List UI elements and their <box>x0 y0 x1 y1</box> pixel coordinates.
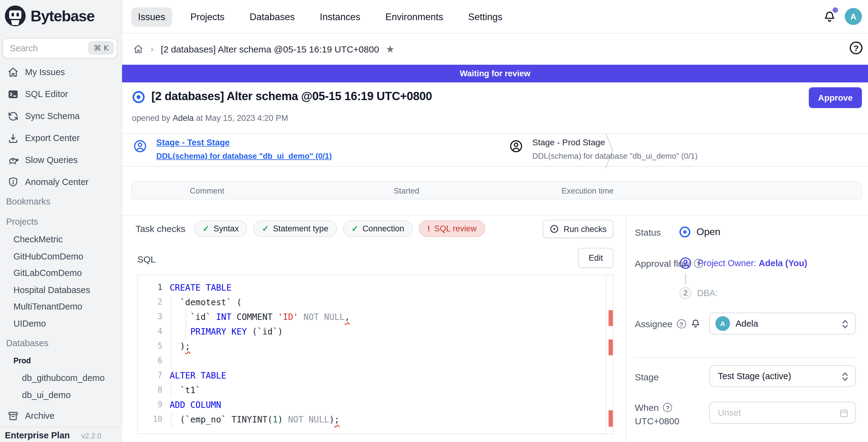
column-header-started: Started <box>394 186 420 195</box>
error-marker <box>609 340 614 355</box>
code-line-text: `demotest` ( <box>170 295 242 310</box>
sidebar-item-my-issues[interactable]: My Issues <box>0 62 122 82</box>
status-text: Open <box>696 226 720 238</box>
error-marker <box>609 410 614 427</box>
sidebar-project-checkmetric[interactable]: CheckMetric <box>13 234 63 244</box>
review-status-banner: Waiting for review <box>122 65 868 83</box>
sidebar-project-multitenantdemo[interactable]: MultiTenantDemo <box>13 302 83 312</box>
line-number: 8 <box>138 383 162 398</box>
bookmark-star-icon[interactable]: ★ <box>386 43 395 55</box>
panel-section-divider <box>634 357 856 358</box>
shield-icon <box>7 176 19 188</box>
sidebar-item-anomaly-center[interactable]: Anomaly Center <box>0 172 122 192</box>
check-pill-syntax[interactable]: ✓Syntax <box>194 220 247 237</box>
line-number: 4 <box>138 324 162 339</box>
code-line: 5 ); <box>138 339 613 353</box>
help-icon[interactable]: ? <box>850 41 863 54</box>
issue-author: Adela <box>173 114 194 123</box>
check-icon: ✓ <box>351 224 358 233</box>
sidebar-item-label: Archive <box>25 411 55 421</box>
sidebar-item-sql-editor[interactable]: SQL Editor <box>0 84 122 104</box>
stage-field-label: Stage <box>635 372 659 382</box>
sidebar-item-label: Slow Queries <box>25 155 78 165</box>
check-pill-sql-review[interactable]: !SQL review <box>419 220 485 237</box>
line-number: 9 <box>138 398 162 412</box>
approval-step1-text[interactable]: Project Owner: Adela (You) <box>698 258 807 268</box>
when-help-icon[interactable]: ? <box>663 403 672 412</box>
issue-title: [2 databases] Alter schema @05-15 16:19 … <box>151 90 432 103</box>
sql-section-label: SQL <box>137 254 156 264</box>
user-avatar[interactable]: A <box>845 8 862 25</box>
issue-open-status-icon <box>132 90 145 104</box>
brand-name: Bytebase <box>31 7 95 25</box>
sql-code-editor[interactable]: 1CREATE TABLE2 `demotest` (3 `id` INT CO… <box>137 275 614 434</box>
issue-byline: opened by Adela at May 15, 2023 4:20 PM <box>132 114 288 123</box>
stage-prod-task-label[interactable]: DDL(schema) for database "db_ui_demo" (0… <box>532 151 698 161</box>
bytebase-app: Bytebase ⌘ K My IssuesSQL EditorSync Sch… <box>0 0 868 442</box>
edit-sql-button[interactable]: Edit <box>578 248 614 268</box>
assignee-help-icon[interactable]: ? <box>677 319 686 328</box>
home-icon[interactable] <box>133 44 144 54</box>
search-box[interactable]: ⌘ K <box>2 38 117 59</box>
when-datetime-input[interactable]: Unset <box>709 402 856 424</box>
top-navigation-bar: IssuesProjectsDatabasesInstancesEnvironm… <box>122 0 868 34</box>
run-checks-label: Run checks <box>563 224 607 233</box>
sidebar-project-gitlabcomdemo[interactable]: GitLabComDemo <box>13 268 82 278</box>
run-checks-button[interactable]: Run checks <box>542 220 614 238</box>
line-number: 3 <box>138 310 162 324</box>
breadcrumb-separator: › <box>150 43 154 55</box>
check-pill-label: Connection <box>363 224 404 233</box>
stage-prod-label[interactable]: Stage - Prod Stage <box>532 137 605 147</box>
sidebar-item-archive[interactable]: Archive <box>0 406 122 425</box>
assignee-bell-icon[interactable] <box>690 319 701 329</box>
stage-select[interactable]: Test Stage (active) <box>709 365 856 387</box>
play-circle-icon <box>549 224 559 234</box>
when-placeholder: Unset <box>718 408 741 418</box>
check-pill-connection[interactable]: ✓Connection <box>343 220 413 237</box>
notification-badge-dot <box>833 7 838 13</box>
nav-tab-settings[interactable]: Settings <box>462 7 509 27</box>
sidebar-section-databases[interactable]: Databases <box>6 338 49 348</box>
stage-test-link[interactable]: Stage - Test Stage <box>156 137 230 147</box>
sidebar-section-projects[interactable]: Projects <box>6 217 38 226</box>
version-label: v2.2.0 <box>82 432 101 440</box>
brand-logo[interactable]: Bytebase <box>4 4 95 28</box>
sidebar-item-export-center[interactable]: Export Center <box>0 128 122 148</box>
approve-button[interactable]: Approve <box>809 87 862 108</box>
bytebase-logo-icon <box>4 4 27 28</box>
task-checks-label: Task checks <box>135 223 185 234</box>
line-number: 6 <box>138 353 162 368</box>
nav-tab-environments[interactable]: Environments <box>379 7 450 27</box>
home-icon <box>7 66 19 78</box>
sidebar-item-sync-schema[interactable]: Sync Schema <box>0 106 122 126</box>
code-line: 2 `demotest` ( <box>138 295 613 310</box>
sidebar-project-hospital-databases[interactable]: Hospital Databases <box>13 285 90 295</box>
check-pill-label: Statement type <box>273 224 329 233</box>
sidebar-database-db_ui_demo[interactable]: db_ui_demo <box>22 390 71 400</box>
column-header-comment: Comment <box>190 186 224 195</box>
check-pill-statement-type[interactable]: ✓Statement type <box>253 220 337 237</box>
assignee-value: Adela <box>736 319 758 328</box>
editor-scrollbar-track <box>606 275 606 434</box>
nav-tab-databases[interactable]: Databases <box>243 7 302 27</box>
nav-tab-projects[interactable]: Projects <box>184 7 231 27</box>
sidebar-project-uidemo[interactable]: UIDemo <box>13 319 46 328</box>
sidebar-env-prod[interactable]: Prod <box>13 356 31 365</box>
sidebar-project-githubcomdemo[interactable]: GitHubComDemo <box>13 251 83 261</box>
check-icon: ✓ <box>203 224 209 233</box>
panel-divider <box>626 215 626 442</box>
sidebar-database-db_githubcom_demo[interactable]: db_githubcom_demo <box>22 373 105 383</box>
code-line-text: ALTER TABLE <box>170 368 226 383</box>
check-icon: ✓ <box>262 224 269 233</box>
sidebar-item-bookmarks[interactable]: Bookmarks <box>6 197 50 207</box>
assignee-select[interactable]: A Adela <box>709 313 856 335</box>
stage-test-task-link[interactable]: DDL(schema) for database "db_ui_demo" (0… <box>156 151 332 161</box>
search-input[interactable] <box>3 43 83 53</box>
nav-tab-instances[interactable]: Instances <box>313 7 367 27</box>
calendar-icon <box>839 408 849 418</box>
assignee-avatar: A <box>715 316 730 331</box>
plan-label[interactable]: Enterprise Plan <box>5 431 70 440</box>
sidebar-item-slow-queries[interactable]: Slow Queries <box>0 150 122 170</box>
sidebar-item-label: Sync Schema <box>25 111 80 121</box>
nav-tab-issues[interactable]: Issues <box>131 7 172 27</box>
